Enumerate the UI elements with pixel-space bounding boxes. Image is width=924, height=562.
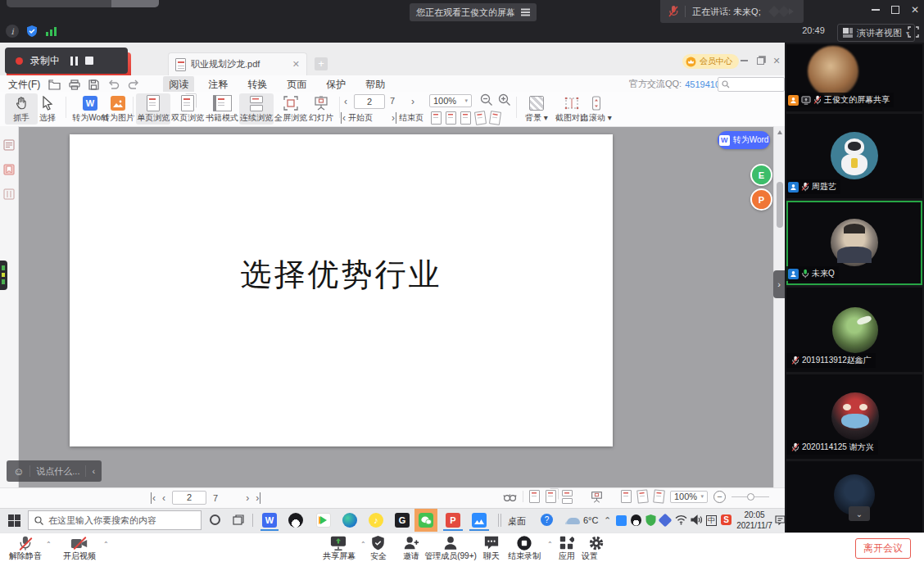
collapse-panel-chevron[interactable]: ⌄ (849, 506, 870, 521)
share-options-chevron[interactable]: ⌃ (360, 541, 366, 548)
tray-clock[interactable]: 20:05 2021/11/7 (736, 510, 773, 531)
tray-weather-icon[interactable] (567, 518, 580, 524)
toast-menu-icon[interactable] (521, 11, 530, 13)
status-prev-page[interactable]: ‹ (162, 492, 165, 504)
doc-scrollbar[interactable] (773, 126, 785, 487)
tab-read[interactable]: 阅读 (163, 76, 194, 93)
stop-recording-icon[interactable] (85, 57, 93, 65)
insert-page-icon[interactable] (431, 111, 442, 125)
zoom-in-magnifier[interactable] (498, 93, 511, 107)
unmute-label[interactable]: 解除静音 (5, 551, 46, 562)
redo-icon[interactable] (128, 79, 140, 89)
status-last-page[interactable]: › (256, 492, 260, 504)
float-convert-word-button[interactable]: W 转为Word (718, 131, 770, 149)
tray-temperature[interactable]: 6°C (583, 515, 598, 525)
status-first-page[interactable]: ‹ (151, 492, 156, 504)
docked-widget-tab[interactable] (0, 261, 7, 290)
tab-help[interactable]: 帮助 (360, 76, 391, 93)
participant-tile-1[interactable]: 王俊文的屏幕共享 (786, 44, 922, 111)
mic-options-chevron[interactable]: ⌃ (46, 541, 52, 548)
fullscreen-icon[interactable] (908, 26, 919, 38)
cortana-icon[interactable] (210, 514, 220, 525)
status-double-view-icon[interactable] (546, 490, 556, 503)
bookmark-panel-icon[interactable] (3, 164, 15, 175)
taskbar-g-app-icon[interactable]: G (395, 513, 410, 528)
delete-page-icon[interactable] (446, 111, 456, 125)
tab-convert[interactable]: 转换 (242, 76, 273, 93)
chat-icon[interactable] (483, 535, 500, 551)
autoscroll-tool[interactable]: 自滚动 ▾ (578, 93, 614, 125)
prev-page-arrow[interactable]: ‹ (344, 96, 347, 107)
tray-defender-icon[interactable] (645, 514, 656, 526)
status-page-box[interactable]: 2 (172, 491, 206, 505)
double-page-view[interactable]: 双页浏览 (170, 93, 205, 125)
settings-icon[interactable] (588, 535, 605, 551)
eye-protect-icon[interactable] (503, 492, 517, 502)
extract-page-icon[interactable] (460, 111, 471, 125)
taskbar-qqmusic-icon[interactable]: ♪ (369, 513, 383, 528)
chat-placeholder[interactable]: 说点什么... (36, 465, 79, 478)
taskbar-edge-icon[interactable] (342, 513, 357, 528)
background-tool[interactable]: 背景 ▾ (521, 93, 552, 125)
participant-tile-3[interactable]: 未来Q (786, 201, 922, 285)
taskbar-tencent-video-icon[interactable] (316, 513, 331, 528)
participant-tile-4[interactable]: 2019113912赵鑫广 (786, 288, 922, 372)
restore-button[interactable] (886, 3, 904, 16)
stop-record-label[interactable]: 结束录制 (501, 551, 547, 562)
members-label[interactable]: 管理成员(99+) (421, 551, 480, 562)
start-video-label[interactable]: 开启视频 (59, 551, 100, 562)
taskbar-meeting-icon[interactable] (472, 513, 487, 528)
start-button[interactable] (8, 514, 20, 527)
pdf-search-box[interactable] (718, 77, 785, 92)
hand-tool[interactable]: 抓手 (5, 93, 38, 125)
security-icon[interactable] (370, 535, 386, 551)
taskbar-wechat-icon[interactable] (419, 513, 433, 528)
meeting-info-icon[interactable]: i (6, 25, 19, 38)
single-page-view[interactable]: 单页浏览 (136, 93, 170, 125)
open-file-icon[interactable] (48, 79, 61, 90)
scrollbar-thumb[interactable] (777, 182, 783, 228)
view-mode-button[interactable]: 演讲者视图 ▾ (837, 24, 915, 42)
participant-tile-5[interactable]: 2020114125 谢方兴 (786, 374, 922, 459)
tab-annotate[interactable]: 注释 (202, 76, 233, 93)
minimize-button[interactable] (867, 3, 885, 16)
tray-expand-chevron[interactable]: ⌃ (604, 515, 611, 526)
float-convert-excel-button[interactable]: E (750, 164, 772, 186)
leave-meeting-button[interactable]: 离开会议 (855, 538, 911, 559)
next-page-arrow[interactable]: › (411, 96, 414, 107)
task-view-icon[interactable] (233, 514, 244, 526)
scroll-up-arrow[interactable] (777, 130, 782, 134)
tab-protect[interactable]: 保护 (320, 76, 351, 93)
close-button[interactable]: ✕ (906, 3, 924, 16)
annotation-panel-icon[interactable] (3, 188, 15, 200)
fullscreen-view[interactable]: 全屏浏览 (274, 93, 308, 125)
tray-meeting-icon[interactable] (616, 515, 627, 526)
rotate-left-icon[interactable] (474, 111, 487, 125)
zoom-slider[interactable] (732, 492, 769, 502)
tray-volume-icon[interactable] (691, 514, 702, 525)
status-next-page[interactable]: › (246, 492, 249, 504)
stop-record-icon[interactable] (516, 535, 532, 551)
unmute-mic-icon[interactable] (16, 535, 34, 552)
emoji-icon[interactable]: ☺ (13, 465, 24, 478)
status-zoom-box[interactable]: 100%▾ (670, 491, 708, 503)
network-signal-icon[interactable] (45, 25, 58, 37)
security-label[interactable]: 安全 (367, 551, 390, 562)
status-doc-icon-1[interactable] (621, 490, 632, 503)
tray-wifi-icon[interactable] (675, 514, 687, 525)
status-slideshow-icon[interactable] (591, 491, 603, 503)
zoom-out-magnifier[interactable] (480, 93, 493, 107)
participant-tile-6[interactable]: ⌄ (786, 461, 922, 533)
last-page-button[interactable]: ›结束页 (392, 112, 424, 124)
collapse-chat-icon[interactable]: ‹ (92, 466, 95, 476)
start-video-icon[interactable] (70, 536, 88, 551)
float-convert-ppt-button[interactable]: P (750, 188, 772, 211)
status-continuous-view-icon[interactable] (562, 490, 573, 504)
status-doc-icon-3[interactable] (653, 490, 665, 504)
first-page-button[interactable]: ‹开始页 (341, 112, 373, 124)
tray-qq-icon[interactable] (631, 514, 641, 526)
pdf-minimize-button[interactable] (737, 54, 750, 67)
apps-icon[interactable] (559, 535, 574, 551)
zoom-level-box[interactable]: 100%▾ (429, 94, 472, 107)
tab-pages[interactable]: 页面 (281, 76, 312, 93)
